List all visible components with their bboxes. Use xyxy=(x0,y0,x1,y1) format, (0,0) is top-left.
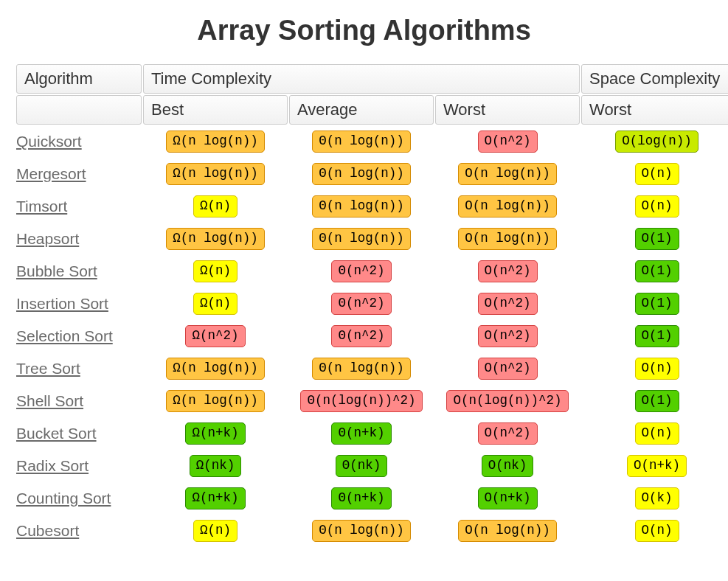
complexity-pill: O(1) xyxy=(635,390,679,412)
table-row: QuicksortΩ(n log(n))Θ(n log(n))O(n^2)O(l… xyxy=(16,126,728,157)
complexity-pill: Ω(nk) xyxy=(190,455,242,477)
cell-best: Ω(n log(n)) xyxy=(143,386,288,417)
algorithm-link[interactable]: Quicksort xyxy=(16,133,82,150)
complexity-pill: O(1) xyxy=(635,325,679,347)
complexity-pill: Ω(n) xyxy=(193,195,238,218)
complexity-pill: O(n log(n)) xyxy=(458,163,557,185)
cell-avg: Θ(n+k) xyxy=(289,483,434,514)
algorithm-link[interactable]: Bubble Sort xyxy=(16,262,97,279)
table-row: Bubble SortΩ(n)Θ(n^2)O(n^2)O(1) xyxy=(16,256,728,287)
complexity-pill: Θ(n log(n)) xyxy=(312,520,411,542)
cell-avg: Θ(n log(n)) xyxy=(289,515,434,546)
cell-space: O(1) xyxy=(581,223,728,254)
complexity-pill: O(n) xyxy=(635,520,679,542)
header-space: Space Complexity xyxy=(581,64,728,94)
complexity-pill: Θ(n+k) xyxy=(331,487,391,509)
header-worst: Worst xyxy=(435,95,580,125)
complexity-pill: O(n) xyxy=(635,422,679,445)
complexity-pill: Ω(n log(n)) xyxy=(166,390,265,412)
cell-space: O(1) xyxy=(581,256,728,287)
complexity-pill: Θ(n+k) xyxy=(331,422,391,445)
table-row: CubesortΩ(n)Θ(n log(n))O(n log(n))O(n) xyxy=(16,515,728,546)
cell-worst: O(n+k) xyxy=(435,483,580,514)
cell-best: Ω(n) xyxy=(143,256,288,287)
complexity-pill: O(n log(n)) xyxy=(458,195,557,218)
complexity-pill: O(n+k) xyxy=(478,487,538,509)
complexity-pill: Θ(n log(n)) xyxy=(312,131,411,153)
header-algorithm: Algorithm xyxy=(16,64,142,94)
complexity-pill: O(n log(n)) xyxy=(458,228,557,250)
algorithm-link[interactable]: Mergesort xyxy=(16,165,86,182)
cell-avg: Θ(n^2) xyxy=(289,288,434,319)
cell-avg: Θ(n^2) xyxy=(289,256,434,287)
cell-best: Ω(n log(n)) xyxy=(143,159,288,189)
complexity-pill: O(n^2) xyxy=(478,358,538,380)
algorithm-link[interactable]: Shell Sort xyxy=(16,392,83,409)
complexity-pill: O(nk) xyxy=(482,455,534,477)
complexity-pill: Ω(n^2) xyxy=(185,325,245,347)
cell-avg: Θ(n log(n)) xyxy=(289,126,434,157)
cell-space: O(n+k) xyxy=(581,450,728,481)
cell-best: Ω(n+k) xyxy=(143,418,288,449)
complexity-pill: O(log(n)) xyxy=(615,131,698,153)
complexity-pill: Ω(n log(n)) xyxy=(166,131,265,153)
complexity-pill: Ω(n) xyxy=(193,293,238,315)
table-row: Selection SortΩ(n^2)Θ(n^2)O(n^2)O(1) xyxy=(16,321,728,352)
header-blank xyxy=(16,95,142,125)
complexity-pill: Ω(n+k) xyxy=(185,487,245,509)
complexity-pill: Ω(n log(n)) xyxy=(166,228,265,250)
table-row: MergesortΩ(n log(n))Θ(n log(n))O(n log(n… xyxy=(16,159,728,189)
algorithm-link[interactable]: Cubesort xyxy=(16,522,79,539)
complexity-pill: O(k) xyxy=(635,487,679,509)
table-row: HeapsortΩ(n log(n))Θ(n log(n))O(n log(n)… xyxy=(16,223,728,254)
cell-avg: Θ(n log(n)) xyxy=(289,191,434,222)
cell-best: Ω(n log(n)) xyxy=(143,223,288,254)
cell-worst: O(n log(n)) xyxy=(435,223,580,254)
table-row: Counting SortΩ(n+k)Θ(n+k)O(n+k)O(k) xyxy=(16,483,728,514)
cell-best: Ω(n+k) xyxy=(143,483,288,514)
complexity-pill: Θ(n log(n)) xyxy=(312,163,411,185)
complexity-pill: O(1) xyxy=(635,293,679,315)
algorithm-link[interactable]: Insertion Sort xyxy=(16,295,108,312)
cell-worst: O(n log(n)) xyxy=(435,515,580,546)
cell-worst: O(n(log(n))^2) xyxy=(435,386,580,417)
complexity-pill: Θ(n log(n)) xyxy=(312,358,411,380)
algorithm-link[interactable]: Radix Sort xyxy=(16,457,89,474)
complexity-pill: O(n^2) xyxy=(478,131,538,153)
complexity-pill: O(n+k) xyxy=(627,455,687,477)
cell-worst: O(n^2) xyxy=(435,418,580,449)
algorithm-link[interactable]: Counting Sort xyxy=(16,490,111,507)
algorithm-link[interactable]: Timsort xyxy=(16,198,67,215)
complexity-pill: Ω(n) xyxy=(193,260,238,282)
complexity-pill: O(n^2) xyxy=(478,260,538,282)
algorithm-link[interactable]: Selection Sort xyxy=(16,327,113,344)
cell-space: O(n) xyxy=(581,353,728,384)
table-row: TimsortΩ(n)Θ(n log(n))O(n log(n))O(n) xyxy=(16,191,728,222)
complexity-pill: Θ(n log(n)) xyxy=(312,228,411,250)
complexity-pill: O(n(log(n))^2) xyxy=(446,390,568,412)
algorithm-link[interactable]: Bucket Sort xyxy=(16,425,97,442)
complexity-pill: Θ(n(log(n))^2) xyxy=(300,390,422,412)
complexity-table: Algorithm Time Complexity Space Complexi… xyxy=(15,63,728,548)
cell-worst: O(n log(n)) xyxy=(435,159,580,189)
complexity-pill: O(n^2) xyxy=(478,422,538,445)
complexity-pill: Θ(n^2) xyxy=(331,260,391,282)
complexity-pill: O(n) xyxy=(635,358,679,380)
cell-avg: Θ(n^2) xyxy=(289,321,434,352)
cell-space: O(1) xyxy=(581,321,728,352)
cell-best: Ω(nk) xyxy=(143,450,288,481)
complexity-pill: Ω(n log(n)) xyxy=(166,163,265,185)
cell-best: Ω(n log(n)) xyxy=(143,126,288,157)
complexity-pill: Ω(n+k) xyxy=(185,422,245,445)
cell-worst: O(nk) xyxy=(435,450,580,481)
algorithm-link[interactable]: Tree Sort xyxy=(16,360,80,377)
cell-space: O(k) xyxy=(581,483,728,514)
cell-best: Ω(n log(n)) xyxy=(143,353,288,384)
cell-avg: Θ(n log(n)) xyxy=(289,353,434,384)
complexity-pill: Θ(nk) xyxy=(336,455,388,477)
cell-avg: Θ(n log(n)) xyxy=(289,159,434,189)
algorithm-link[interactable]: Heapsort xyxy=(16,230,79,247)
cell-worst: O(n^2) xyxy=(435,256,580,287)
complexity-pill: Ω(n log(n)) xyxy=(166,358,265,380)
cell-space: O(log(n)) xyxy=(581,126,728,157)
